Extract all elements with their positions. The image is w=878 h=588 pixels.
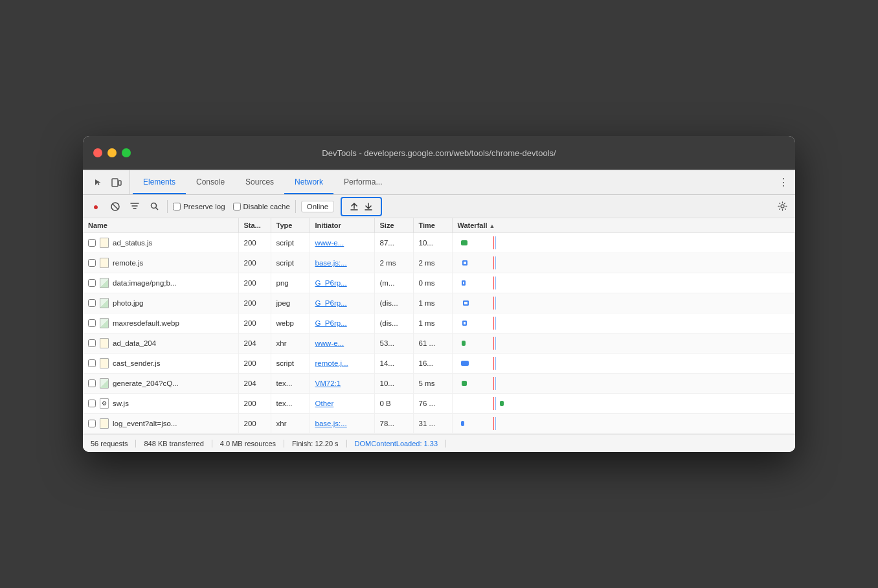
minimize-button[interactable]	[107, 148, 117, 157]
disable-cache-label[interactable]: Disable cache	[233, 203, 290, 210]
device-toggle-icon[interactable]	[109, 175, 124, 190]
cell-type: tex...	[271, 394, 310, 414]
cell-type: script	[271, 233, 310, 253]
search-button[interactable]	[146, 199, 162, 214]
col-header-status[interactable]: Sta...	[238, 218, 271, 233]
preserve-log-checkbox[interactable]	[173, 203, 181, 210]
online-dropdown[interactable]: Online	[301, 201, 334, 212]
clear-button[interactable]	[107, 199, 123, 214]
tab-console[interactable]: Console	[186, 170, 235, 194]
cell-type: script	[271, 253, 310, 273]
maximize-button[interactable]	[122, 148, 131, 157]
row-checkbox[interactable]	[88, 359, 96, 367]
table-row[interactable]: log_event?alt=jso... 200xhrbase.js:...78…	[83, 414, 795, 434]
col-header-size[interactable]: Size	[374, 218, 413, 233]
row-checkbox[interactable]	[88, 400, 96, 407]
row-checkbox[interactable]	[88, 339, 96, 347]
record-button[interactable]: ●	[88, 199, 104, 214]
tab-bar: Elements Console Sources Network Perform…	[83, 170, 795, 195]
cell-waterfall	[452, 293, 795, 313]
requests-count: 56 requests	[91, 440, 136, 447]
filter-button[interactable]	[127, 199, 142, 214]
tab-elements[interactable]: Elements	[133, 170, 186, 194]
cell-name: generate_204?cQ...	[83, 374, 238, 394]
cell-name: log_event?alt=jso...	[83, 414, 238, 434]
cell-name: cast_sender.js	[83, 354, 238, 374]
table-row[interactable]: remote.js 200scriptbase.js:...2 ms2 ms	[83, 253, 795, 273]
network-table-body: ad_status.js 200scriptwww-e...87...10...…	[83, 233, 795, 434]
cell-initiator[interactable]: Other	[310, 394, 374, 414]
cell-name: remote.js	[83, 253, 238, 273]
file-icon	[100, 278, 109, 288]
tab-network[interactable]: Network	[284, 170, 333, 194]
cell-time: 76 ...	[413, 394, 452, 414]
cell-initiator[interactable]: G_P6rp...	[310, 313, 374, 334]
cell-status: 200	[238, 253, 271, 273]
cell-type: xhr	[271, 414, 310, 434]
file-name: cast_sender.js	[113, 359, 161, 367]
preserve-log-label[interactable]: Preserve log	[173, 203, 225, 210]
initiator-link[interactable]: VM72:1	[315, 379, 341, 387]
table-row[interactable]: generate_204?cQ... 204tex...VM72:110...5…	[83, 374, 795, 394]
cell-time: 0 ms	[413, 273, 452, 293]
status-bar: 56 requests 848 KB transferred 4.0 MB re…	[83, 434, 795, 452]
cell-name: ⚙ sw.js	[83, 394, 238, 414]
cell-initiator[interactable]: VM72:1	[310, 374, 374, 394]
initiator-link[interactable]: base.js:...	[315, 259, 347, 267]
cell-status: 200	[238, 354, 271, 374]
initiator-link[interactable]: G_P6rp...	[315, 319, 347, 327]
cell-initiator[interactable]: base.js:...	[310, 414, 374, 434]
tab-sources[interactable]: Sources	[235, 170, 284, 194]
cell-status: 200	[238, 414, 271, 434]
initiator-link[interactable]: remote.j...	[315, 359, 348, 367]
initiator-link[interactable]: www-e...	[315, 239, 344, 247]
initiator-link[interactable]: base.js:...	[315, 420, 347, 427]
settings-button[interactable]	[774, 199, 790, 214]
row-checkbox[interactable]	[88, 379, 96, 387]
col-header-initiator[interactable]: Initiator	[310, 218, 374, 233]
cell-initiator[interactable]: www-e...	[310, 233, 374, 253]
download-button[interactable]	[364, 202, 373, 211]
cell-initiator[interactable]: base.js:...	[310, 253, 374, 273]
initiator-link[interactable]: G_P6rp...	[315, 299, 347, 307]
finish-time: Finish: 12.20 s	[284, 440, 347, 447]
cell-initiator[interactable]: www-e...	[310, 334, 374, 354]
cell-name: data:image/png;b...	[83, 273, 238, 293]
tab-icons	[85, 170, 130, 194]
table-row[interactable]: ⚙ sw.js 200tex...Other0 B76 ...	[83, 394, 795, 414]
network-table-wrapper: Name Sta... Type Initiator Size	[83, 218, 795, 434]
col-header-time[interactable]: Time	[413, 218, 452, 233]
cell-size: 78...	[374, 414, 413, 434]
row-checkbox[interactable]	[88, 239, 96, 247]
table-row[interactable]: photo.jpg 200jpegG_P6rp...(dis...1 ms	[83, 293, 795, 313]
cursor-icon[interactable]	[91, 175, 106, 190]
col-header-name[interactable]: Name	[83, 218, 238, 233]
more-tabs-button[interactable]: ⋮	[774, 174, 793, 192]
svg-line-3	[113, 204, 118, 209]
table-row[interactable]: cast_sender.js 200scriptremote.j...14...…	[83, 354, 795, 374]
table-row[interactable]: data:image/png;b... 200pngG_P6rp...(m...…	[83, 273, 795, 293]
table-row[interactable]: maxresdefault.webp 200webpG_P6rp...(dis.…	[83, 313, 795, 334]
file-name: sw.js	[113, 400, 129, 407]
upload-button[interactable]	[350, 202, 359, 211]
initiator-link[interactable]: Other	[315, 400, 334, 407]
col-header-type[interactable]: Type	[271, 218, 310, 233]
initiator-link[interactable]: www-e...	[315, 339, 344, 347]
row-checkbox[interactable]	[88, 319, 96, 327]
close-button[interactable]	[93, 148, 102, 157]
devtools-window: DevTools - developers.google.com/web/too…	[83, 136, 795, 452]
tab-performance[interactable]: Performa...	[333, 170, 392, 194]
col-header-waterfall[interactable]: Waterfall ▲	[452, 218, 795, 233]
table-row[interactable]: ad_data_204 204xhrwww-e...53...61 ...	[83, 334, 795, 354]
row-checkbox[interactable]	[88, 420, 96, 427]
disable-cache-checkbox[interactable]	[233, 203, 241, 210]
file-name: log_event?alt=jso...	[113, 420, 177, 427]
cell-initiator[interactable]: G_P6rp...	[310, 293, 374, 313]
row-checkbox[interactable]	[88, 279, 96, 287]
row-checkbox[interactable]	[88, 259, 96, 267]
cell-initiator[interactable]: remote.j...	[310, 354, 374, 374]
table-row[interactable]: ad_status.js 200scriptwww-e...87...10...	[83, 233, 795, 253]
initiator-link[interactable]: G_P6rp...	[315, 279, 347, 287]
cell-initiator[interactable]: G_P6rp...	[310, 273, 374, 293]
row-checkbox[interactable]	[88, 299, 96, 307]
